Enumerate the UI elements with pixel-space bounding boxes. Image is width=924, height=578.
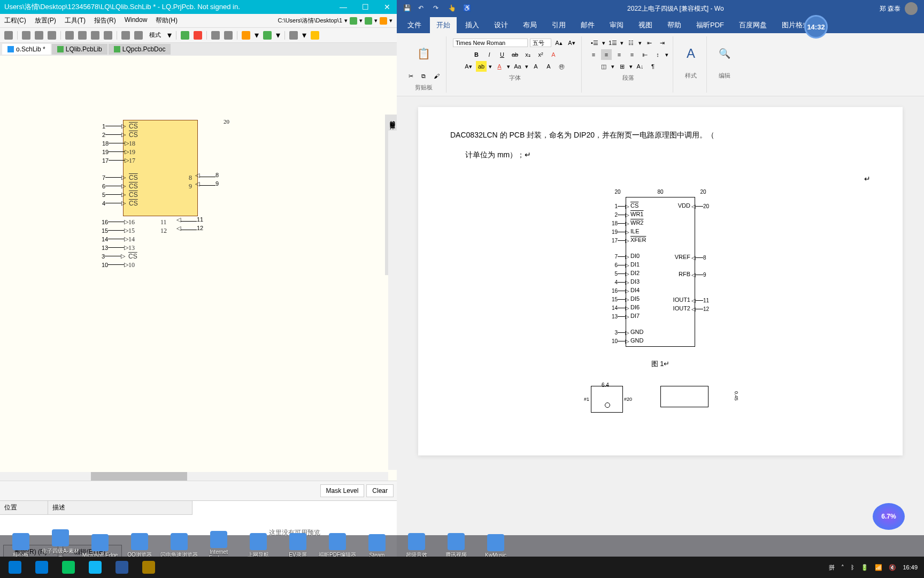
tab-references[interactable]: 引用 (545, 17, 572, 33)
tab-schlib[interactable]: o.SchLib * (2, 44, 51, 55)
taskbar-qq[interactable] (82, 558, 108, 577)
redo-icon[interactable]: ↷ (433, 4, 442, 13)
taskbar-edge[interactable] (29, 558, 55, 577)
zoom-icon[interactable] (4, 31, 13, 40)
find-button[interactable]: 🔍 (713, 37, 736, 70)
menu-place[interactable]: 放置(P) (35, 16, 56, 25)
add-icon[interactable] (181, 31, 189, 40)
align-right-button[interactable]: ≡ (614, 49, 625, 60)
tab-pcblib[interactable]: LQlib.PcbLib (52, 44, 107, 55)
undo-icon[interactable]: ↶ (418, 4, 427, 13)
align-left-button[interactable]: ≡ (588, 49, 599, 60)
touch-icon[interactable]: 👆 (448, 4, 457, 13)
underline-button[interactable]: U (497, 49, 507, 60)
col-position[interactable]: 位置 (0, 501, 48, 514)
tab-layout[interactable]: 布局 (517, 17, 543, 33)
tab-file[interactable]: 文件 (401, 17, 428, 33)
desktop-item[interactable]: KwMusic (477, 534, 514, 558)
align-center-button[interactable]: ≡ (601, 49, 612, 60)
enclose-button[interactable]: ㊕ (556, 61, 567, 72)
chip-body[interactable]: CS CS 18 19 17 CS CS CS CS 8 9 1▷ 2▷ 18▷… (123, 120, 198, 216)
nav-back-icon[interactable] (350, 17, 357, 25)
copy-button[interactable]: ⧉ (418, 71, 429, 81)
col-description[interactable]: 描述 (48, 501, 192, 514)
highlight-button[interactable]: ab (476, 61, 487, 72)
desktop-item[interactable]: 上网导航 (240, 533, 277, 559)
scrollbar-vertical[interactable] (388, 131, 397, 470)
tab-pcbdoc[interactable]: LQpcb.PcbDoc (109, 44, 171, 55)
tab-home[interactable]: 开始 (430, 17, 457, 33)
tab-view[interactable]: 视图 (632, 17, 659, 33)
nav-fwd-icon[interactable] (365, 17, 372, 25)
clear-button[interactable]: Clear (366, 484, 394, 497)
font-color-button[interactable]: A (494, 61, 505, 72)
redo-icon[interactable] (134, 31, 143, 40)
clock-tray[interactable]: 16:49 (903, 564, 918, 571)
tab-review[interactable]: 审阅 (603, 17, 630, 33)
user-section[interactable]: 郑 森泰 (880, 2, 918, 15)
menu-window[interactable]: Window (125, 16, 148, 25)
paste-button[interactable]: 📋 (412, 37, 435, 70)
home-icon[interactable] (380, 17, 387, 25)
accessibility-icon[interactable]: ♿ (463, 4, 472, 13)
clock-widget[interactable]: 14:32 (804, 15, 828, 39)
wifi-icon[interactable]: 📶 (875, 564, 882, 571)
styles-button[interactable]: A (680, 37, 702, 70)
format-painter-button[interactable]: 🖌 (431, 71, 442, 81)
tool1-icon[interactable] (242, 31, 250, 40)
document-area[interactable]: DAC0832LCN 的 PCB 封装，命名为 DIP20，并在附页一电路原理图… (397, 96, 924, 565)
desktop-item[interactable]: Steam (358, 534, 396, 558)
undo-icon[interactable] (121, 31, 130, 40)
strike-button[interactable]: ab (510, 49, 520, 60)
select-icon[interactable] (65, 31, 74, 40)
desktop-item[interactable]: Microsoft Edge (81, 534, 119, 558)
tab-insert[interactable]: 插入 (459, 17, 486, 33)
text-effects-button[interactable]: A▾ (463, 61, 474, 72)
desktop-item[interactable]: 闪电龟速浏览器 (160, 533, 198, 559)
tool2-icon[interactable] (263, 31, 272, 40)
phonetic-button[interactable]: Aa (512, 61, 523, 72)
volume-icon[interactable]: 🔇 (889, 564, 896, 571)
distribute-button[interactable]: ⫦ (640, 49, 650, 60)
mode-dropdown[interactable]: 模式 (147, 31, 163, 40)
shrink-font-icon[interactable]: A▾ (566, 37, 577, 48)
save-icon[interactable]: 💾 (403, 4, 412, 13)
tab-mailings[interactable]: 邮件 (574, 17, 601, 33)
ime-indicator[interactable]: 拼 (829, 564, 835, 572)
menu-project[interactable]: 工程(C) (4, 16, 26, 25)
taskbar-word[interactable] (109, 558, 135, 577)
increase-indent-button[interactable]: ⇥ (657, 37, 667, 48)
cut-button[interactable]: ✂ (405, 71, 416, 81)
italic-button[interactable]: I (484, 49, 495, 60)
desktop-item[interactable]: QQ浏览器 (121, 533, 158, 559)
taskbar-altium[interactable] (136, 558, 161, 577)
font-family-select[interactable] (453, 39, 528, 47)
prev-icon[interactable] (211, 31, 220, 40)
folder-icon[interactable] (311, 31, 319, 40)
next-icon[interactable] (224, 31, 233, 40)
grow-font-icon[interactable]: A▴ (553, 37, 564, 48)
clear-format-button[interactable]: A (548, 49, 559, 60)
char-shading-button[interactable]: A (543, 61, 554, 72)
char-border-button[interactable]: A (530, 61, 541, 72)
mask-level-button[interactable]: Mask Level (320, 484, 365, 497)
move-icon[interactable] (78, 31, 87, 40)
tab-help[interactable]: 帮助 (661, 17, 688, 33)
menu-help[interactable]: 帮助(H) (156, 16, 178, 25)
bluetooth-icon[interactable]: ᛒ (851, 564, 854, 571)
menu-tools[interactable]: 工具(T) (65, 16, 86, 25)
remove-icon[interactable] (194, 31, 202, 40)
battery-icon[interactable]: 🔋 (861, 564, 868, 571)
scrollbar-horizontal[interactable] (0, 472, 388, 481)
numbering-button[interactable]: 1☰ (607, 37, 618, 48)
start-button[interactable] (2, 558, 28, 577)
maximize-button[interactable]: ☐ (360, 3, 371, 11)
taskbar-wechat[interactable] (56, 558, 81, 577)
justify-button[interactable]: ≡ (627, 49, 637, 60)
tab-baidu[interactable]: 百度网盘 (733, 17, 773, 33)
bold-button[interactable]: B (471, 49, 482, 60)
desktop-item[interactable]: 超级音效 (398, 533, 435, 559)
bullets-button[interactable]: •☰ (589, 37, 600, 48)
desktop-item[interactable]: 福昕PDF编辑器 (319, 533, 356, 559)
tray-chevron-icon[interactable]: ˄ (841, 564, 844, 571)
